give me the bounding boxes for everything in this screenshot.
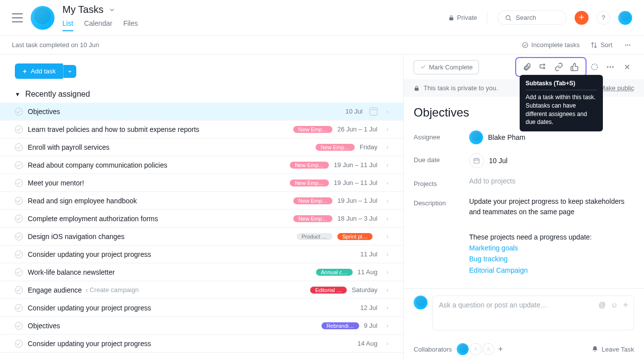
chevron-right-icon: ›: [382, 251, 388, 258]
complete-toggle[interactable]: [15, 215, 23, 223]
complete-toggle[interactable]: [15, 268, 23, 276]
project-link[interactable]: Editorial Campaign: [469, 265, 634, 276]
task-row[interactable]: Engage audience‹ Create campaignEditoria…: [0, 281, 403, 299]
at-mention-icon[interactable]: @: [598, 301, 605, 309]
emoji-icon[interactable]: ☺: [611, 301, 618, 309]
task-row[interactable]: Meet your mentor!New Emp…19 Jun – 11 Jul…: [0, 174, 403, 192]
add-to-projects[interactable]: Add to projects: [469, 177, 515, 185]
task-date: 9 Jul: [364, 322, 377, 329]
description-text[interactable]: Update your project progress to keep sta…: [469, 196, 634, 217]
task-tag[interactable]: New Emp…: [293, 126, 332, 133]
chevron-down-icon[interactable]: [108, 6, 115, 13]
search-input[interactable]: Search: [497, 10, 567, 25]
svg-point-8: [591, 64, 597, 70]
complete-toggle[interactable]: [15, 143, 23, 151]
task-row[interactable]: Objectives10 Jul›: [0, 103, 403, 120]
task-tag[interactable]: Product …: [297, 233, 332, 240]
attachment-button[interactable]: [519, 60, 535, 74]
make-public-link[interactable]: Make public: [600, 84, 634, 92]
task-row[interactable]: Enroll with payroll servicesNew Emp…Frid…: [0, 138, 403, 156]
task-row[interactable]: Complete employment authorization formsN…: [0, 210, 403, 228]
caret-down-icon: ▼: [15, 91, 20, 97]
chevron-down-icon: [67, 69, 72, 74]
complete-toggle[interactable]: [15, 108, 23, 116]
star-icon[interactable]: ✧: [623, 301, 629, 309]
action-group-highlight: Subtasks (Tab+S) Add a task within this …: [515, 57, 587, 77]
complete-toggle[interactable]: [15, 233, 23, 241]
add-task-button[interactable]: Add task: [15, 63, 63, 79]
task-row[interactable]: Learn travel policies and how to submit …: [0, 120, 403, 138]
task-row[interactable]: Consider updating your project progress1…: [0, 335, 403, 353]
complete-toggle[interactable]: [15, 286, 23, 294]
task-tag[interactable]: Editorial …: [310, 287, 347, 294]
add-task-dropdown[interactable]: [63, 65, 76, 78]
leave-task-button[interactable]: Leave Task: [591, 346, 634, 353]
complete-toggle[interactable]: [15, 250, 23, 258]
profile-avatar[interactable]: [31, 6, 54, 30]
assignee-value[interactable]: Blake Pham: [469, 130, 634, 144]
mark-complete-button[interactable]: Mark Complete: [414, 60, 479, 74]
copy-link-button[interactable]: [551, 60, 567, 74]
task-tag[interactable]: New Emp…: [290, 162, 329, 169]
page-title: My Tasks: [62, 4, 104, 15]
search-placeholder: Search: [516, 14, 536, 21]
task-tag[interactable]: New Emp…: [290, 180, 329, 186]
tab-files[interactable]: Files: [123, 19, 138, 31]
task-name: Objectives: [28, 108, 340, 116]
complete-toggle[interactable]: [15, 322, 23, 330]
tab-calendar[interactable]: Calendar: [84, 19, 112, 31]
add-collaborator-slot[interactable]: [483, 343, 494, 355]
task-tag[interactable]: New Emp…: [293, 197, 332, 204]
task-tag[interactable]: New Emp…: [293, 215, 332, 222]
task-list: Objectives10 Jul›Learn travel policies a…: [0, 103, 403, 353]
task-tag[interactable]: Annual c…: [316, 269, 353, 276]
add-collaborator-button[interactable]: +: [495, 344, 505, 354]
hamburger-menu-icon[interactable]: [12, 13, 23, 22]
description-row: Description Update your project progress…: [414, 196, 634, 276]
task-row[interactable]: Work-life balance newsletterAnnual c…11 …: [0, 263, 403, 281]
complete-toggle[interactable]: [15, 125, 23, 133]
chevron-right-icon: ›: [382, 126, 388, 133]
task-row[interactable]: Consider updating your project progress1…: [0, 299, 403, 317]
complete-toggle[interactable]: [15, 340, 23, 348]
chevron-right-icon: ›: [382, 197, 388, 204]
more-button[interactable]: [623, 42, 632, 49]
sort-icon: [590, 42, 597, 49]
collaborators-row: Collaborators + Leave Task: [404, 337, 644, 361]
comment-input[interactable]: Ask a question or post an update… @ ☺ ✧: [432, 296, 634, 330]
task-row[interactable]: Read about company communication policie…: [0, 156, 403, 174]
complete-toggle[interactable]: [15, 197, 23, 205]
tab-list[interactable]: List: [62, 19, 73, 31]
complete-toggle[interactable]: [15, 179, 23, 187]
sort-button[interactable]: Sort: [590, 41, 612, 49]
complete-toggle[interactable]: [15, 161, 23, 169]
task-row[interactable]: Consider updating your project progress1…: [0, 245, 403, 263]
collaborator-avatar[interactable]: [457, 343, 469, 355]
due-date-value[interactable]: 10 Jul: [469, 153, 634, 168]
task-row[interactable]: Read and sign employee handbookNew Emp…1…: [0, 192, 403, 210]
full-screen-button[interactable]: [587, 60, 602, 74]
subtasks-button[interactable]: [535, 60, 551, 74]
add-collaborator-slot[interactable]: [470, 343, 482, 355]
project-link[interactable]: Bug tracking: [469, 253, 634, 264]
section-header[interactable]: ▼ Recently assigned: [0, 79, 403, 103]
task-tag[interactable]: Sprint pl…: [337, 233, 373, 240]
main-split: Add task ▼ Recently assigned Objectives1…: [0, 55, 644, 361]
project-link[interactable]: Marketing goals: [469, 242, 634, 253]
assignee-row: Assignee Blake Pham: [414, 130, 634, 144]
task-tag[interactable]: Rebrandi…: [322, 322, 359, 329]
like-button[interactable]: [567, 60, 583, 74]
filter-incomplete-button[interactable]: Incomplete tasks: [522, 41, 580, 49]
global-add-button[interactable]: +: [575, 11, 589, 25]
complete-toggle[interactable]: [15, 304, 23, 312]
more-actions-button[interactable]: [602, 60, 618, 74]
task-row[interactable]: Design iOS navigation changesProduct …Sp…: [0, 228, 403, 245]
task-tag[interactable]: New Emp…: [316, 144, 355, 151]
task-row[interactable]: ObjectivesRebrandi…9 Jul›: [0, 317, 403, 335]
detail-header: Mark Complete Subtasks (Tab+S) Add a tas…: [404, 55, 644, 79]
more-icon: [606, 62, 615, 71]
close-detail-button[interactable]: [620, 60, 634, 74]
focus-icon: [590, 62, 599, 71]
user-avatar-small[interactable]: [618, 11, 632, 25]
help-button[interactable]: ?: [596, 11, 610, 25]
